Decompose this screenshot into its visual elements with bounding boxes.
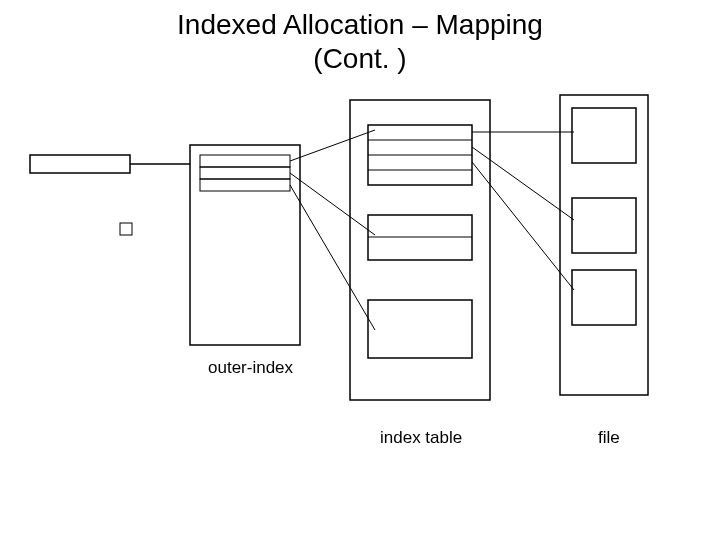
outer-index-container xyxy=(190,145,300,345)
diagram-svg xyxy=(0,0,720,540)
connector-line xyxy=(290,173,375,235)
connector-line xyxy=(472,147,574,220)
connector-line xyxy=(472,162,574,290)
file-block xyxy=(572,270,636,325)
index-table-block xyxy=(368,300,472,358)
marker-square xyxy=(120,223,132,235)
outer-index-entry xyxy=(200,167,290,179)
file-label: file xyxy=(598,428,620,448)
outer-index-entry xyxy=(200,179,290,191)
connector-line xyxy=(290,185,375,330)
file-descriptor-box xyxy=(30,155,130,173)
connector-line xyxy=(290,130,375,161)
index-table-label: index table xyxy=(380,428,462,448)
outer-index-entry xyxy=(200,155,290,167)
file-block xyxy=(572,198,636,253)
file-block xyxy=(572,108,636,163)
outer-index-label: outer-index xyxy=(208,358,293,378)
index-table-container xyxy=(350,100,490,400)
file-container xyxy=(560,95,648,395)
